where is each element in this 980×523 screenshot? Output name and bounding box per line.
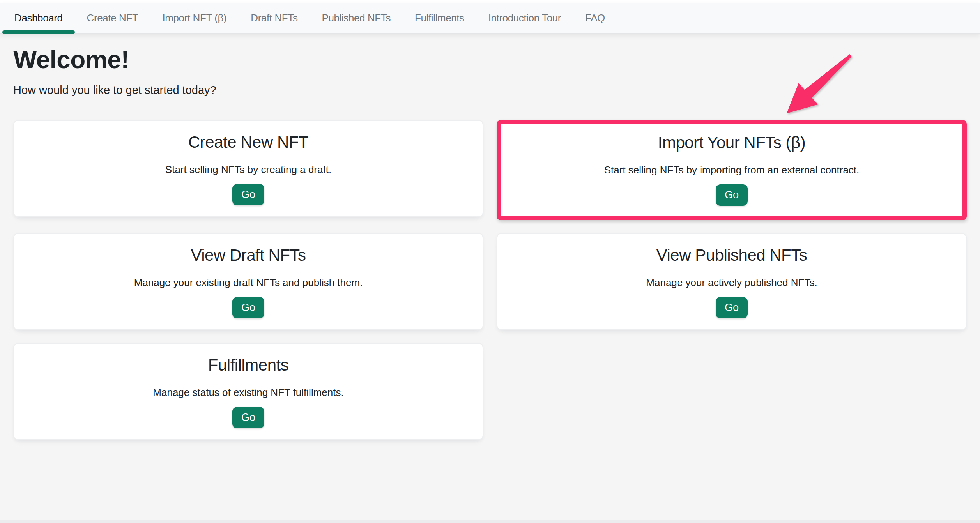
tab-fulfillments[interactable]: Fulfillments	[403, 3, 476, 33]
tab-label: Introduction Tour	[488, 12, 561, 24]
go-button-draft-nfts[interactable]: Go	[232, 297, 264, 318]
go-button-published-nfts[interactable]: Go	[716, 297, 748, 318]
tab-introduction-tour[interactable]: Introduction Tour	[476, 3, 573, 33]
tab-import-nft-beta[interactable]: Import NFT (β)	[150, 3, 239, 33]
tab-label: Create NFT	[87, 12, 138, 24]
top-navbar: Dashboard Create NFT Import NFT (β) Draf…	[0, 3, 980, 34]
card-view-draft-nfts: View Draft NFTs Manage your existing dra…	[13, 233, 483, 330]
tab-label: Published NFTs	[322, 12, 391, 24]
go-button-fulfillments[interactable]: Go	[232, 407, 264, 428]
card-description: Start selling NFTs by importing from an …	[604, 163, 860, 178]
go-button-import-nfts[interactable]: Go	[716, 184, 748, 206]
card-description: Manage your existing draft NFTs and publ…	[134, 276, 363, 290]
card-title: View Draft NFTs	[191, 246, 306, 265]
card-create-new-nft: Create New NFT Start selling NFTs by cre…	[13, 120, 483, 217]
tab-faq[interactable]: FAQ	[573, 3, 617, 33]
card-view-published-nfts: View Published NFTs Manage your actively…	[497, 233, 967, 330]
tab-label: Fulfillments	[415, 12, 464, 24]
card-title: View Published NFTs	[656, 246, 807, 265]
page-subtitle: How would you like to get started today?	[13, 83, 967, 98]
page-title: Welcome!	[13, 46, 967, 74]
card-title: Import Your NFTs (β)	[658, 133, 805, 152]
card-title: Create New NFT	[188, 133, 308, 152]
tab-label: Draft NFTs	[251, 12, 297, 24]
action-cards-grid: Create New NFT Start selling NFTs by cre…	[13, 120, 967, 440]
tab-label: Dashboard	[14, 12, 63, 24]
go-button-create-nft[interactable]: Go	[232, 184, 264, 205]
card-description: Start selling NFTs by creating a draft.	[165, 163, 331, 177]
card-description: Manage your actively published NFTs.	[646, 276, 817, 290]
tab-dashboard[interactable]: Dashboard	[2, 3, 75, 33]
tab-create-nft[interactable]: Create NFT	[75, 3, 150, 33]
tab-label: FAQ	[585, 12, 605, 24]
tab-draft-nfts[interactable]: Draft NFTs	[239, 3, 310, 33]
card-description: Manage status of existing NFT fulfillmen…	[153, 385, 343, 400]
window-top-edge	[0, 0, 980, 3]
card-title: Fulfillments	[208, 355, 288, 375]
window-bottom-edge	[0, 520, 980, 523]
tab-label: Import NFT (β)	[162, 12, 226, 24]
card-import-your-nfts: Import Your NFTs (β) Start selling NFTs …	[497, 120, 967, 220]
dashboard-main: Welcome! How would you like to get start…	[0, 46, 980, 440]
card-fulfillments: Fulfillments Manage status of existing N…	[13, 343, 483, 440]
tab-published-nfts[interactable]: Published NFTs	[310, 3, 403, 33]
